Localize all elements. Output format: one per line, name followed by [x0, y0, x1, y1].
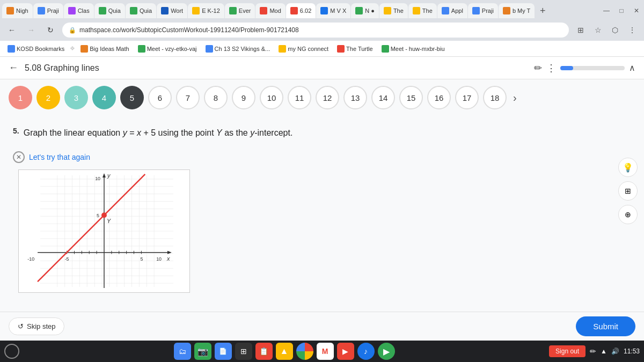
tab-icon-myt	[503, 7, 510, 14]
tab-icon-mod	[260, 7, 267, 14]
question-circle-16[interactable]: 16	[427, 86, 451, 109]
hint-button[interactable]: 💡	[618, 158, 638, 177]
tab-praji2[interactable]: Praji	[468, 3, 498, 18]
problem-area: 5. Graph the linear equation y = x + 5 u…	[0, 116, 644, 330]
tab-appl[interactable]: Appl	[437, 3, 467, 18]
taskbar-drive-icon[interactable]: ▲	[276, 343, 293, 360]
close-button[interactable]: ✕	[631, 5, 642, 16]
tools-button[interactable]: ⊕	[618, 205, 638, 224]
taskbar-circle-button[interactable]	[4, 344, 19, 359]
skip-step-button[interactable]: ↺ Skip step	[9, 317, 64, 335]
sign-out-button[interactable]: Sign out	[549, 345, 586, 357]
question-circle-12[interactable]: 12	[316, 86, 339, 109]
tab-label-mod: Mod	[269, 8, 281, 14]
question-circle-17[interactable]: 17	[455, 86, 479, 109]
try-again-text: Let's try that again	[29, 153, 90, 161]
question-circle-18[interactable]: 18	[483, 86, 507, 109]
bookmark-kosd[interactable]: KOSD Bookmarks	[4, 44, 68, 54]
tab-icon-class	[68, 7, 76, 14]
tab-word[interactable]: Wort	[157, 3, 187, 18]
screen-capture-button[interactable]: ⊞	[573, 23, 588, 38]
refresh-button[interactable]: ↻	[43, 23, 58, 38]
tab-label-appl: Appl	[451, 8, 463, 14]
taskbar-play-icon[interactable]: ▶	[378, 343, 395, 360]
svg-text:-5: -5	[65, 256, 69, 262]
wifi-icon: ▲	[601, 348, 607, 355]
bookmark-meet2[interactable]: Meet - huw-mxbr-biu	[378, 44, 448, 54]
taskbar-gmail-icon[interactable]: M	[317, 343, 334, 360]
tab-k12[interactable]: E K-12	[188, 3, 224, 18]
question-circle-4[interactable]: 4	[92, 86, 116, 109]
question-circle-13[interactable]: 13	[343, 86, 367, 109]
tab-num[interactable]: 6.02	[286, 3, 316, 18]
bookmark-big[interactable]: Big Ideas Math	[77, 44, 132, 54]
bookmark-button[interactable]: ☆	[590, 23, 605, 38]
bookmark-label-ng: my NG connect	[288, 46, 328, 52]
edit-button[interactable]: ✏	[534, 62, 542, 74]
question-circle-15[interactable]: 15	[399, 86, 423, 109]
taskbar-edit-icon[interactable]: ✏	[590, 347, 596, 356]
reference-button[interactable]: ⊞	[618, 181, 638, 201]
tab-ever[interactable]: Ever	[225, 3, 255, 18]
svg-text:y: y	[107, 172, 111, 179]
collapse-button[interactable]: ∧	[629, 63, 635, 73]
tab-praji[interactable]: Praji	[33, 3, 63, 18]
question-circle-10[interactable]: 10	[260, 86, 283, 109]
tab-icon-praji2	[472, 7, 480, 14]
taskbar-files-icon[interactable]: 🗂	[174, 343, 191, 360]
question-circle-14[interactable]: 14	[371, 86, 395, 109]
question-nav-next[interactable]: ›	[511, 92, 519, 104]
tab-quia1[interactable]: Quia	[94, 3, 125, 18]
question-circle-9[interactable]: 9	[232, 86, 255, 109]
tab-label-quia1: Quia	[108, 8, 121, 14]
new-tab-button[interactable]: +	[535, 3, 550, 18]
back-button[interactable]: ←	[4, 23, 19, 38]
tab-nigh[interactable]: Nigh	[2, 3, 33, 18]
tab-mod[interactable]: Mod	[255, 3, 285, 18]
question-circle-6[interactable]: 6	[148, 86, 172, 109]
taskbar-chrome-icon[interactable]	[296, 343, 313, 360]
page-back-button[interactable]: ←	[9, 62, 18, 73]
menu-button[interactable]: ⋮	[625, 23, 640, 38]
taskbar-clipboard-icon[interactable]: 📋	[255, 343, 273, 360]
forward-button[interactable]: →	[24, 23, 39, 38]
svg-point-53	[101, 212, 107, 218]
tab-class[interactable]: Clas	[64, 3, 94, 18]
question-circle-2[interactable]: 2	[36, 86, 60, 109]
question-circle-3[interactable]: 3	[64, 86, 88, 109]
tab-quia2[interactable]: Quia	[126, 3, 156, 18]
question-circle-7[interactable]: 7	[176, 86, 200, 109]
taskbar-youtube-icon[interactable]: ▶	[337, 343, 354, 360]
minimize-button[interactable]: —	[601, 5, 612, 16]
question-circle-11[interactable]: 11	[288, 86, 311, 109]
volume-icon: 🔊	[611, 348, 619, 355]
question-circle-5[interactable]: 5	[120, 86, 144, 109]
page-header: ← 5.08 Graphing lines ✏ ⋮ ∧	[0, 57, 644, 79]
extension-button[interactable]: ⬡	[608, 23, 623, 38]
graph-container[interactable]: y x -10 -5 5 10 5 10	[18, 169, 190, 293]
question-circle-1[interactable]: 1	[9, 86, 32, 109]
more-options-button[interactable]: ⋮	[546, 62, 556, 74]
url-bar[interactable]: 🔒 mathspace.co/work/SubtopicCustomWorkou…	[62, 23, 569, 38]
taskbar-camera-icon[interactable]: 📷	[194, 343, 211, 360]
tab-myt[interactable]: b My T	[499, 3, 535, 18]
taskbar-grid-icon[interactable]: ⊞	[235, 343, 252, 360]
question-circle-8[interactable]: 8	[204, 86, 228, 109]
bookmark-meet1[interactable]: Meet - vzy-etko-vaj	[135, 44, 200, 54]
tab-ngo[interactable]: N ●	[351, 3, 379, 18]
tab-mv[interactable]: M V X	[316, 3, 350, 18]
maximize-button[interactable]: □	[616, 5, 627, 16]
taskbar-docs-icon[interactable]: 📄	[215, 343, 232, 360]
tab-the1[interactable]: The	[379, 3, 408, 18]
bookmark-label-meet2: Meet - huw-mxbr-biu	[391, 46, 445, 52]
progress-bar	[560, 66, 625, 70]
bookmark-ng[interactable]: my NG connect	[275, 44, 332, 54]
submit-button[interactable]: Submit	[576, 316, 635, 336]
dismiss-button[interactable]: ✕	[13, 151, 25, 163]
bookmark-turtle[interactable]: The Turtle	[334, 44, 376, 54]
tab-label-num: 6.02	[300, 8, 311, 14]
bookmark-ch13[interactable]: Ch 13 S2 Vikings &...	[202, 44, 274, 54]
tab-the2[interactable]: The	[408, 3, 437, 18]
address-bar: ← → ↻ 🔒 mathspace.co/work/SubtopicCustom…	[0, 19, 644, 41]
taskbar-media-icon[interactable]: ♪	[357, 343, 375, 360]
